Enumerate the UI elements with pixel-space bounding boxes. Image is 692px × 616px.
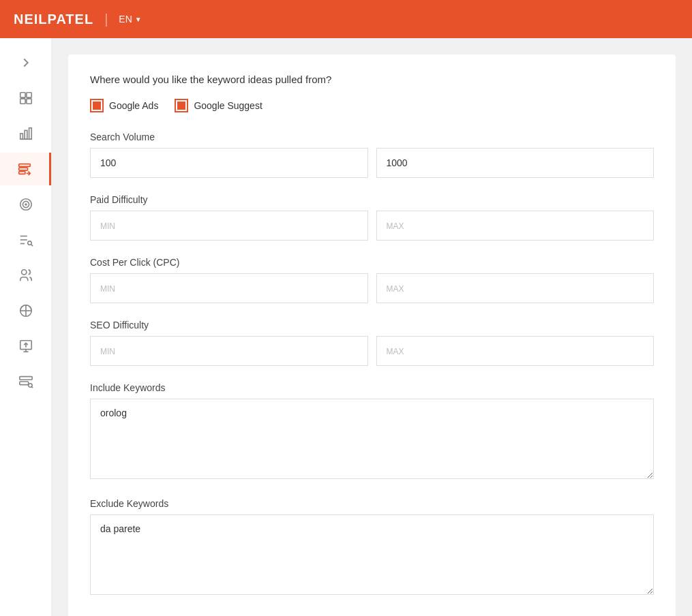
svg-rect-2 [20,99,25,104]
target-icon [18,197,33,212]
logo: NEILPATEL [14,12,93,27]
sidebar-item-analytics[interactable] [0,117,51,150]
checkbox-google-suggest-box[interactable] [175,99,188,112]
checkbox-google-suggest-label: Google Suggest [194,100,262,111]
language-label: EN [119,14,132,25]
search-volume-max-input[interactable] [376,148,655,178]
search-volume-label: Search Volume [90,132,654,142]
checkbox-google-ads-box[interactable] [90,99,104,112]
sidebar-item-search-list[interactable] [0,224,51,256]
seo-difficulty-max-input[interactable] [376,336,655,366]
sidebar-item-export[interactable] [0,330,51,363]
cpc-max-input[interactable] [376,273,655,303]
sidebar-item-dashboard[interactable] [0,82,51,114]
svg-rect-5 [25,130,27,139]
seo-difficulty-min-input[interactable] [90,336,368,366]
checkbox-group: Google Ads Google Suggest [90,99,654,112]
cpc-label: Cost Per Click (CPC) [90,257,654,268]
checkbox-google-suggest[interactable]: Google Suggest [175,99,262,112]
search-group-icon [18,374,33,389]
paid-difficulty-section: Paid Difficulty [90,194,654,241]
main-layout: Where would you like the keyword ideas p… [0,38,692,616]
include-keywords-section: Include Keywords orolog [90,382,654,482]
paid-difficulty-label: Paid Difficulty [90,194,654,205]
paid-difficulty-min-input[interactable] [90,211,368,241]
seo-difficulty-inputs [90,336,654,366]
svg-point-13 [25,204,27,205]
content-card: Where would you like the keyword ideas p… [68,55,676,616]
svg-point-17 [27,241,31,245]
svg-rect-27 [19,377,31,380]
radar-icon [18,303,33,318]
checkbox-google-ads-label: Google Ads [109,100,158,111]
paid-difficulty-inputs [90,211,654,241]
svg-line-18 [31,245,32,246]
sidebar [0,38,52,616]
sidebar-item-search-group[interactable] [0,365,51,398]
sidebar-item-target[interactable] [0,188,51,221]
chevron-right-icon [18,55,33,70]
analytics-icon [18,126,33,141]
svg-rect-1 [26,93,31,97]
svg-rect-28 [19,382,28,385]
cpc-min-input[interactable] [90,273,368,303]
include-keywords-textarea[interactable]: orolog [90,399,654,479]
include-keywords-label: Include Keywords [90,382,654,393]
svg-point-19 [21,270,26,275]
svg-rect-8 [19,164,31,167]
seo-difficulty-label: SEO Difficulty [90,320,654,330]
exclude-keywords-textarea[interactable]: da parete [90,514,654,595]
header: NEILPATEL | EN ▼ [0,0,692,38]
keywords-icon [17,161,32,176]
cpc-inputs [90,273,654,303]
sidebar-collapse[interactable] [0,46,51,79]
export-icon [18,339,33,354]
search-list-icon [18,232,33,247]
exclude-keywords-label: Exclude Keywords [90,498,654,509]
users-icon [18,268,33,283]
chevron-down-icon: ▼ [135,16,142,23]
language-selector[interactable]: EN ▼ [119,14,141,25]
svg-rect-3 [26,99,31,104]
paid-difficulty-max-input[interactable] [376,211,655,241]
svg-rect-0 [20,93,25,97]
sidebar-item-keywords[interactable] [0,153,51,185]
dashboard-icon [18,91,33,106]
sidebar-item-radar[interactable] [0,294,51,327]
exclude-keywords-section: Exclude Keywords da parete [90,498,654,598]
source-question: Where would you like the keyword ideas p… [90,74,654,85]
checkbox-google-ads[interactable]: Google Ads [90,99,158,112]
sidebar-item-users[interactable] [0,259,51,292]
search-volume-inputs [90,148,654,178]
svg-rect-10 [19,172,25,174]
seo-difficulty-section: SEO Difficulty [90,320,654,366]
content-area: Where would you like the keyword ideas p… [52,38,692,616]
svg-rect-4 [20,134,22,139]
search-volume-min-input[interactable] [90,148,368,178]
svg-rect-6 [29,128,31,140]
header-divider: | [104,12,108,27]
svg-line-30 [31,386,33,388]
svg-rect-9 [19,168,28,170]
search-volume-section: Search Volume [90,132,654,178]
cpc-section: Cost Per Click (CPC) [90,257,654,303]
